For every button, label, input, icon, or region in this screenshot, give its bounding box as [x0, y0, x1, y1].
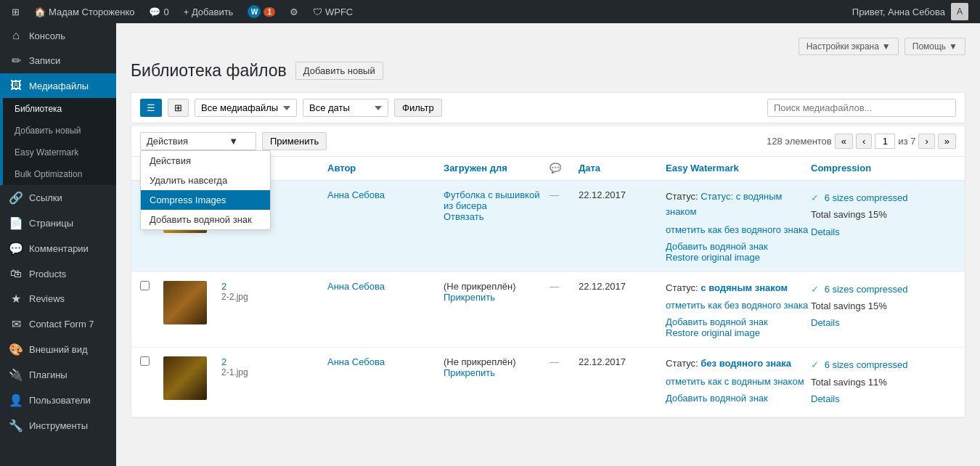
- pagination-page-input[interactable]: [875, 134, 895, 149]
- admin-bar-site-name[interactable]: 🏠 Мадам Стороженко: [28, 0, 140, 23]
- sidebar-item-add-new[interactable]: Добавить новый: [3, 120, 116, 142]
- row2-attach-link[interactable]: Прикрепить: [444, 292, 495, 303]
- apply-button[interactable]: Применить: [262, 132, 327, 150]
- main-content: Настройки экрана ▼ Помощь ▼ Библиотека ф…: [116, 23, 980, 466]
- sidebar-item-plugins[interactable]: 🔌 Плагины: [0, 362, 116, 388]
- row1-watermark-status: Статус: Статус: с водяным знаком: [666, 189, 811, 220]
- row3-uploaded-for: (Не прикреплён) Прикрепить: [444, 356, 550, 378]
- screen-options-button[interactable]: Настройки экрана ▼: [799, 38, 899, 55]
- search-input[interactable]: [767, 99, 956, 117]
- admin-bar-wp-logo[interactable]: ⊞: [6, 0, 25, 23]
- row1-comments: —: [550, 189, 579, 200]
- list-view-button[interactable]: ☰: [140, 99, 162, 117]
- row2-date: 22.12.2017: [579, 281, 666, 292]
- posts-icon: ✏: [9, 54, 23, 68]
- row2-checkbox-col: [140, 281, 163, 293]
- row1-details-link[interactable]: Details: [811, 226, 840, 237]
- row3-comments: —: [550, 356, 579, 367]
- site-icon: 🏠: [34, 7, 46, 17]
- sidebar-item-products[interactable]: 🛍 Products: [0, 261, 116, 286]
- header-uploaded-for[interactable]: Загружен для: [444, 163, 550, 174]
- admin-bar-greeting[interactable]: Привет, Анна Себова A: [846, 0, 974, 23]
- row2-author-link[interactable]: Анна Себова: [327, 281, 385, 292]
- sidebar-item-users[interactable]: 👤 Пользователи: [0, 388, 116, 413]
- header-date[interactable]: Дата: [579, 163, 666, 174]
- row1-date: 22.12.2017: [579, 189, 666, 200]
- table-row: 2 2-2.jpg Анна Себова (Не прикреплён) Пр…: [131, 272, 965, 348]
- filter-button[interactable]: Фильтр: [394, 99, 442, 117]
- date-filter[interactable]: Все даты Декабрь 2017 Ноябрь 2017: [303, 99, 388, 117]
- row3-add-watermark-link[interactable]: Добавить водяной знак: [666, 393, 811, 404]
- help-button[interactable]: Помощь ▼: [905, 38, 965, 55]
- sidebar-item-pages[interactable]: 📄 Страницы: [0, 210, 116, 236]
- grid-view-button[interactable]: ⊞: [168, 99, 189, 117]
- admin-bar-settings[interactable]: ⚙: [284, 0, 304, 23]
- row3-author-link[interactable]: Анна Себова: [327, 356, 385, 367]
- page-title: Библиотека файлов: [131, 61, 287, 81]
- settings-icon: ⚙: [290, 7, 298, 17]
- sidebar-item-bulk-optimization[interactable]: Bulk Optimization: [3, 163, 116, 185]
- admin-bar-add-new[interactable]: + Добавить: [178, 0, 240, 23]
- row3-add-tag-link[interactable]: отметить как с водяным знаком: [666, 376, 811, 387]
- sidebar-item-appearance[interactable]: 🎨 Внешний вид: [0, 337, 116, 362]
- row2-details-link[interactable]: Details: [811, 317, 840, 328]
- bulk-option-actions[interactable]: Действия: [141, 151, 270, 171]
- sidebar-item-easy-watermark[interactable]: Easy Watermark: [3, 142, 116, 163]
- bulk-option-compress[interactable]: Compress Images: [141, 190, 270, 210]
- dropdown-trigger[interactable]: Действия ▼ Действия Удалить навсегда Com…: [140, 132, 256, 150]
- row3-sizes-text[interactable]: 6 sizes compressed: [825, 359, 908, 370]
- sidebar-item-posts[interactable]: ✏ Записи: [0, 48, 116, 73]
- row1-author-link[interactable]: Анна Себова: [327, 189, 385, 200]
- pagination-last[interactable]: »: [938, 134, 956, 149]
- row1-uploaded-link[interactable]: Футболка с вышивкой из бисера: [444, 189, 539, 211]
- bulk-actions-bar: Действия ▼ Действия Удалить навсегда Com…: [131, 126, 965, 157]
- row3-file-ext: 2-1.jpg: [221, 367, 327, 377]
- row2-remove-watermark-link[interactable]: отметить как без водяного знака: [666, 300, 811, 311]
- sidebar-item-links[interactable]: 🔗 Ссылки: [0, 185, 116, 210]
- row2-add-watermark-link[interactable]: Добавить водяной знак: [666, 316, 811, 327]
- row3-thumb: [163, 356, 221, 400]
- bulk-option-delete[interactable]: Удалить навсегда: [141, 171, 270, 190]
- pagination-next[interactable]: ›: [918, 134, 934, 149]
- toolbar: ☰ ⊞ Все медиафайлы Изображения Аудио Вид…: [131, 92, 965, 123]
- sidebar-item-tools[interactable]: 🔧 Инструменты: [0, 413, 116, 438]
- row3-details-link[interactable]: Details: [811, 393, 840, 404]
- bulk-option-watermark[interactable]: Добавить водяной знак: [141, 210, 270, 229]
- sidebar-item-library[interactable]: Библиотека: [3, 98, 116, 120]
- row1-detach-link[interactable]: Отвязать: [444, 211, 484, 222]
- add-new-button[interactable]: Добавить новый: [295, 62, 383, 80]
- row3-checkbox[interactable]: [140, 356, 150, 366]
- admin-bar-comments[interactable]: 💬 0: [143, 0, 174, 23]
- sidebar-item-comments[interactable]: 💬 Комментарии: [0, 236, 116, 261]
- row3-file-name[interactable]: 2: [221, 356, 327, 367]
- admin-bar-wpfc[interactable]: 🛡 WPFC: [307, 0, 359, 23]
- header-author[interactable]: Автор: [327, 163, 444, 174]
- bulk-select-button[interactable]: Действия ▼: [140, 132, 256, 150]
- row1-restore-link[interactable]: Restore original image: [666, 252, 811, 263]
- pagination-first[interactable]: «: [835, 134, 853, 149]
- row2-sizes-text[interactable]: 6 sizes compressed: [825, 284, 908, 295]
- row2-file-name[interactable]: 2: [221, 281, 327, 292]
- sidebar-item-media[interactable]: 🖼 Медиафайлы: [0, 73, 116, 98]
- row2-checkmark-icon: ✓: [811, 284, 819, 295]
- row2-checkbox[interactable]: [140, 281, 150, 290]
- admin-bar-wp[interactable]: W 1: [242, 0, 281, 23]
- sidebar-item-contact[interactable]: ✉ Contact Form 7: [0, 311, 116, 337]
- row2-uploaded-for: (Не прикреплён) Прикрепить: [444, 281, 550, 303]
- console-icon: ⌂: [9, 29, 23, 42]
- row1-remove-watermark-link[interactable]: отметить как без водяного знака: [666, 224, 811, 235]
- row3-watermark-status-val[interactable]: без водяного знака: [701, 358, 791, 369]
- sidebar: ⌂ Консоль ✏ Записи 🖼 Медиафайлы Библиоте…: [0, 23, 116, 466]
- header-comments: 💬: [550, 163, 579, 174]
- row2-watermark-status-val[interactable]: с водяным знаком: [701, 282, 788, 293]
- pagination-prev[interactable]: ‹: [856, 134, 872, 149]
- sidebar-item-console[interactable]: ⌂ Консоль: [0, 23, 116, 48]
- contact-icon: ✉: [9, 317, 23, 331]
- sidebar-item-reviews[interactable]: ★ Reviews: [0, 286, 116, 311]
- row2-restore-link[interactable]: Restore original image: [666, 327, 811, 338]
- row1-sizes-text[interactable]: 6 sizes compressed: [825, 192, 908, 203]
- row3-attach-link[interactable]: Прикрепить: [444, 367, 495, 378]
- row1-add-watermark-link[interactable]: Добавить водяной знак: [666, 241, 811, 252]
- media-type-filter[interactable]: Все медиафайлы Изображения Аудио Видео: [195, 99, 297, 117]
- row2-thumbnail: [163, 281, 207, 324]
